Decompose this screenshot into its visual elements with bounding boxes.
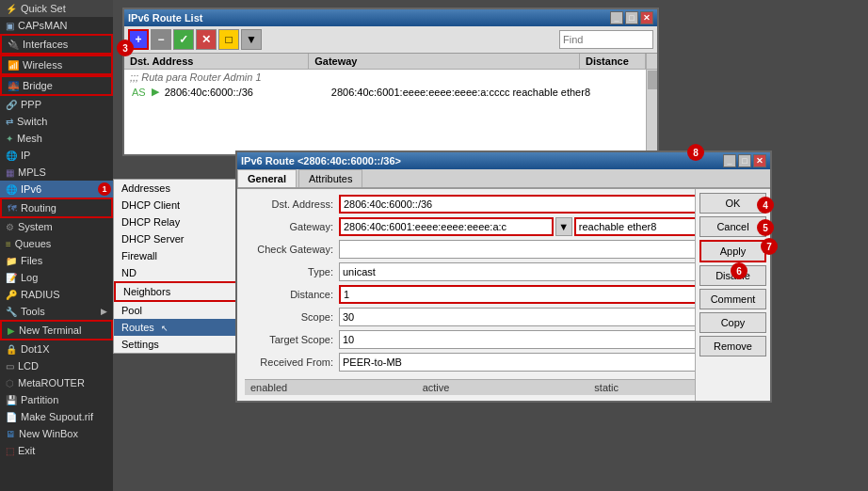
- sidebar-item-interfaces[interactable]: 🔌 Interfaces: [0, 34, 113, 55]
- submenu-settings[interactable]: Settings: [114, 336, 239, 353]
- distance-label: Distance:: [245, 289, 339, 300]
- remove-button[interactable]: Remove: [699, 336, 766, 356]
- route-list-close-btn[interactable]: ✕: [640, 11, 653, 24]
- ok-area-badge: 8: [687, 144, 704, 161]
- sidebar-item-routing[interactable]: 🗺 Routing: [0, 198, 113, 218]
- sidebar-item-bridge[interactable]: 🌉 Bridge: [0, 75, 113, 96]
- toolbar-badge: 3: [117, 40, 134, 56]
- submenu-nd-label: ND: [121, 267, 137, 278]
- sidebar-item-make-supout[interactable]: 📄 Make Supout.rif: [0, 408, 113, 425]
- lcd-icon: ▭: [6, 361, 14, 372]
- sidebar-item-files[interactable]: 📁 Files: [0, 252, 113, 269]
- route-edit-minimize-btn[interactable]: _: [723, 154, 736, 167]
- submenu-pool[interactable]: Pool: [114, 302, 239, 319]
- sidebar-item-capsman[interactable]: ▣ CAPsMAN: [0, 17, 113, 34]
- copy-button[interactable]: Copy: [699, 312, 766, 333]
- sidebar-item-system[interactable]: ⚙ System: [0, 218, 113, 235]
- submenu-dhcp-relay[interactable]: DHCP Relay: [114, 214, 239, 230]
- gateway-input[interactable]: [339, 217, 554, 236]
- comment-button[interactable]: Comment: [699, 289, 766, 309]
- scrollbar-thumb[interactable]: [648, 71, 657, 89]
- sidebar-item-queues[interactable]: ≡ Queues: [0, 235, 113, 252]
- submenu-nd[interactable]: ND: [114, 264, 239, 281]
- route-list-minimize-btn[interactable]: _: [610, 11, 623, 24]
- cursor-pointer: ↖: [161, 324, 169, 333]
- submenu-firewall-label: Firewall: [121, 250, 157, 261]
- submenu-neighbors[interactable]: Neighbors: [114, 281, 239, 302]
- route-edit-close-btn[interactable]: ✕: [753, 154, 766, 167]
- type-input[interactable]: [339, 262, 727, 281]
- sidebar-item-exit[interactable]: ⬚ Exit: [0, 442, 113, 459]
- apply-button[interactable]: Apply: [699, 240, 766, 262]
- sidebar-item-new-winbox[interactable]: 🖥 New WinBox: [0, 425, 113, 442]
- gateway-row: Gateway: ▼ ▼: [245, 217, 766, 236]
- metarouter-icon: ⬡: [6, 378, 14, 388]
- route-edit-maximize-btn[interactable]: □: [738, 154, 751, 167]
- submenu-routes[interactable]: Routes ↖: [114, 319, 239, 336]
- route-list-table-header: Dst. Address Gateway Distance: [124, 54, 657, 70]
- sidebar-item-dot1x[interactable]: 🔒 Dot1X: [0, 341, 113, 357]
- sidebar-item-tools[interactable]: 🔧 Tools ▶: [0, 303, 113, 320]
- tab-general[interactable]: General: [237, 169, 297, 187]
- tab-attributes[interactable]: Attributes: [298, 169, 362, 187]
- sidebar-label-system: System: [18, 221, 53, 232]
- exit-icon: ⬚: [6, 446, 14, 456]
- sidebar-item-partition[interactable]: 💾 Partition: [0, 391, 113, 408]
- files-icon: 📁: [6, 256, 17, 266]
- sidebar-label-mesh: Mesh: [17, 133, 42, 144]
- route-find-input[interactable]: [559, 30, 653, 49]
- sidebar-item-metarouter[interactable]: ⬡ MetaROUTER: [0, 374, 113, 391]
- scrollbar-vertical[interactable]: [646, 70, 657, 154]
- route-list-maximize-btn[interactable]: □: [625, 11, 638, 24]
- partition-icon: 💾: [6, 395, 17, 405]
- quick-set-icon: ⚡: [6, 4, 17, 14]
- sidebar-item-mpls[interactable]: ▦ MPLS: [0, 164, 113, 181]
- submenu-addresses[interactable]: Addresses: [114, 180, 239, 197]
- sidebar-item-ip[interactable]: 🌐 IP: [0, 147, 113, 164]
- distance-input[interactable]: [339, 285, 749, 304]
- sidebar-label-ppp: PPP: [21, 99, 41, 110]
- distance-row: Distance: ▲: [245, 285, 766, 304]
- received-from-row: Received From:: [245, 353, 766, 372]
- sidebar-item-log[interactable]: 📝 Log: [0, 269, 113, 286]
- sidebar-item-new-terminal[interactable]: ▶ New Terminal: [0, 320, 113, 341]
- sidebar-label-mpls: MPLS: [18, 166, 46, 178]
- remove-route-btn[interactable]: −: [151, 29, 171, 50]
- disable-route-btn[interactable]: ✕: [196, 29, 217, 50]
- switch-icon: ⇄: [6, 117, 13, 127]
- sidebar-item-lcd[interactable]: ▭ LCD: [0, 357, 113, 374]
- received-from-label: Received From:: [245, 356, 339, 368]
- sidebar-item-quick-set[interactable]: ⚡ Quick Set: [0, 0, 113, 17]
- winbox-icon: 🖥: [6, 429, 15, 439]
- sidebar-label-switch: Switch: [17, 116, 47, 127]
- ip-icon: 🌐: [6, 150, 17, 161]
- check-gateway-row: Check Gateway: ▼: [245, 240, 766, 259]
- gateway-dropdown-btn[interactable]: ▼: [555, 217, 572, 236]
- scrollbar-header-filler: [646, 54, 657, 69]
- sidebar-item-mesh[interactable]: ✦ Mesh: [0, 130, 113, 147]
- mpls-icon: ▦: [6, 167, 14, 178]
- sidebar-item-ipv6[interactable]: 🌐 IPv6 ▶ 1: [0, 181, 113, 198]
- ppp-icon: 🔗: [6, 100, 17, 110]
- sidebar-item-wireless[interactable]: 📶 Wireless: [0, 55, 113, 75]
- clone-route-btn[interactable]: □: [218, 29, 239, 50]
- dst-address-row-container: 4 Dst. Address:: [245, 195, 766, 214]
- interfaces-icon: 🔌: [8, 40, 19, 50]
- submenu-dhcp-server[interactable]: DHCP Server: [114, 230, 239, 247]
- check-gateway-label: Check Gateway:: [245, 244, 339, 255]
- filter-route-btn[interactable]: ▼: [241, 29, 262, 50]
- sidebar-item-ppp[interactable]: 🔗 PPP: [0, 96, 113, 113]
- enable-route-btn[interactable]: ✓: [173, 29, 194, 50]
- check-gateway-input[interactable]: [339, 240, 747, 259]
- distance-row-container: Distance: ▲: [245, 285, 766, 304]
- route-list-titlebar: IPv6 Route List _ □ ✕: [124, 9, 657, 26]
- submenu-firewall[interactable]: Firewall: [114, 247, 239, 264]
- sidebar-label-files: Files: [21, 255, 42, 266]
- submenu-dhcp-client[interactable]: DHCP Client: [114, 197, 239, 214]
- sidebar-item-switch[interactable]: ⇄ Switch: [0, 113, 113, 130]
- route-edit-content: 4 Dst. Address: 5 Gateway: ▼ ▼: [237, 189, 770, 401]
- table-row[interactable]: AS ▶ 2806:40c:6000::/36 2806:40c:6001:ee…: [124, 85, 657, 99]
- sidebar-label-bridge: Bridge: [23, 80, 53, 91]
- route-comment: ;;; Ruta para Router Admin 1: [124, 70, 657, 85]
- sidebar-item-radius[interactable]: 🔑 RADIUS: [0, 286, 113, 303]
